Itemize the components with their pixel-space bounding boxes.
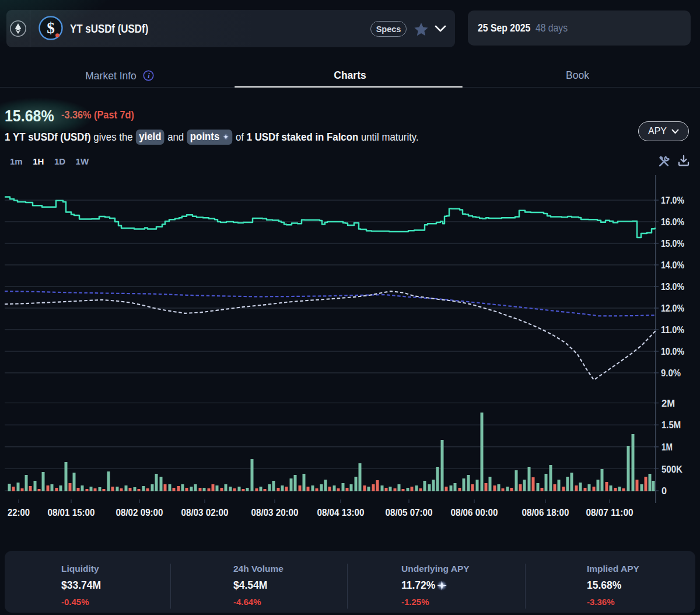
svg-text:08/02 09:00: 08/02 09:00	[116, 508, 163, 518]
svg-text:9.0%: 9.0%	[661, 368, 681, 378]
svg-text:08/04 13:00: 08/04 13:00	[317, 508, 365, 518]
svg-text:10.0%: 10.0%	[661, 346, 684, 357]
svg-text:08/05 07:00: 08/05 07:00	[386, 508, 433, 518]
svg-text:13.0%: 13.0%	[661, 281, 684, 292]
svg-text:12.0%: 12.0%	[661, 303, 684, 313]
svg-text:11.0%: 11.0%	[661, 324, 684, 335]
svg-text:1M: 1M	[662, 442, 673, 452]
svg-text:17.0%: 17.0%	[661, 195, 684, 205]
svg-text:08/06 18:00: 08/06 18:00	[522, 508, 569, 518]
svg-text:08/07 11:00: 08/07 11:00	[586, 508, 634, 518]
svg-text:15.0%: 15.0%	[661, 238, 684, 249]
svg-text:16.0%: 16.0%	[661, 216, 684, 227]
svg-text:500K: 500K	[662, 464, 682, 474]
svg-text:2M: 2M	[662, 398, 675, 408]
svg-text:0: 0	[662, 485, 667, 496]
svg-text:08/03 20:00: 08/03 20:00	[251, 508, 299, 518]
svg-text:1.5M: 1.5M	[662, 420, 681, 430]
svg-text:08/03 02:00: 08/03 02:00	[181, 508, 229, 518]
svg-text:08/06 00:00: 08/06 00:00	[451, 508, 498, 518]
svg-text:22:00: 22:00	[8, 508, 30, 518]
svg-text:14.0%: 14.0%	[661, 260, 684, 270]
svg-text:08/01 15:00: 08/01 15:00	[48, 508, 95, 518]
